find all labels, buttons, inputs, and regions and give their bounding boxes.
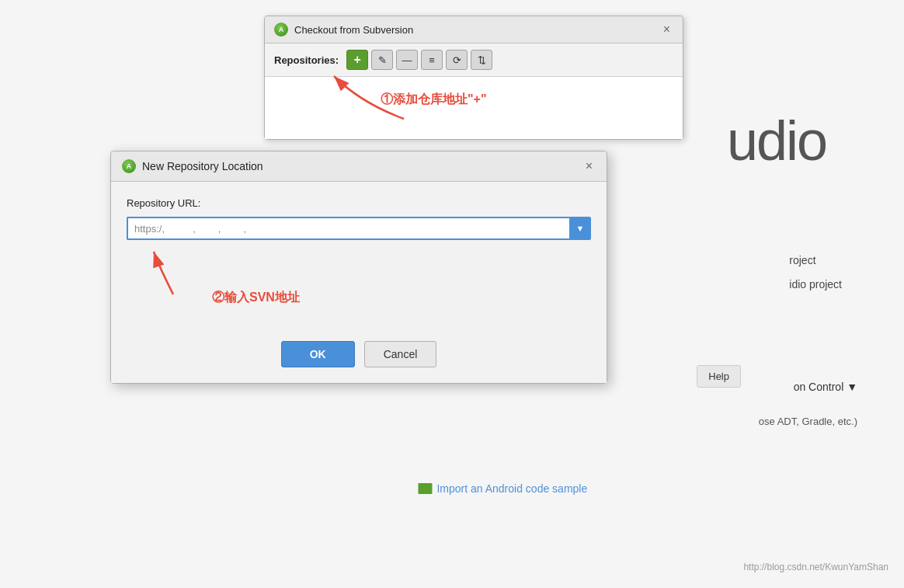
annotation-2-text: ②输入SVN地址 bbox=[212, 290, 300, 306]
checkout-dialog: A Checkout from Subversion × Repositorie… bbox=[264, 16, 683, 140]
import-icon bbox=[418, 483, 432, 494]
ok-button[interactable]: OK bbox=[281, 341, 355, 367]
bg-item-studio: idio project bbox=[789, 273, 842, 297]
sort-button[interactable]: ⇅ bbox=[471, 50, 492, 70]
annotation-2-area: ②输入SVN地址 bbox=[127, 248, 591, 310]
bg-item-project: roject bbox=[789, 249, 842, 273]
checkout-title-left: A Checkout from Subversion bbox=[274, 23, 413, 37]
checkout-body bbox=[265, 77, 683, 139]
list-button[interactable]: ≡ bbox=[421, 50, 443, 70]
new-repo-svn-icon: A bbox=[122, 159, 136, 173]
cancel-button[interactable]: Cancel bbox=[364, 341, 437, 367]
adt-text: ose ADT, Gradle, etc.) bbox=[759, 416, 857, 427]
edit-button[interactable]: ✎ bbox=[371, 50, 393, 70]
checkout-titlebar: A Checkout from Subversion × bbox=[265, 16, 683, 43]
new-repo-title-left: A New Repository Location bbox=[122, 159, 263, 173]
new-repo-close-button[interactable]: × bbox=[582, 160, 596, 172]
remove-button[interactable]: — bbox=[396, 50, 418, 70]
repositories-label: Repositories: bbox=[274, 54, 339, 66]
url-input-row: ▼ bbox=[127, 217, 591, 240]
version-control-text: on Control ▼ bbox=[794, 381, 857, 393]
import-link-text: Import an Android code sample bbox=[436, 482, 587, 495]
bg-items: roject idio project bbox=[789, 249, 842, 297]
url-label: Repository URL: bbox=[127, 197, 591, 209]
help-button[interactable]: Help bbox=[697, 365, 741, 388]
import-link[interactable]: Import an Android code sample bbox=[418, 482, 587, 495]
checkout-close-button[interactable]: × bbox=[660, 23, 673, 36]
url-input[interactable] bbox=[127, 217, 569, 240]
new-repo-footer: OK Cancel bbox=[111, 330, 607, 383]
annotation-1-text: ①添加仓库地址"+" bbox=[381, 92, 487, 108]
bg-large-text: udio bbox=[727, 109, 826, 172]
new-repo-dialog: A New Repository Location × Repository U… bbox=[110, 151, 607, 384]
checkout-title-text: Checkout from Subversion bbox=[294, 24, 413, 36]
watermark: http://blog.csdn.net/KwunYamShan bbox=[743, 562, 888, 572]
new-repo-title-text: New Repository Location bbox=[142, 160, 263, 172]
new-repo-body: Repository URL: ▼ ②输入SVN地址 bbox=[111, 182, 607, 330]
svn-icon: A bbox=[274, 23, 288, 37]
refresh-button[interactable]: ⟳ bbox=[446, 50, 468, 70]
checkout-toolbar: Repositories: + ✎ — ≡ ⟳ ⇅ bbox=[265, 43, 683, 77]
url-dropdown-button[interactable]: ▼ bbox=[569, 217, 591, 240]
new-repo-titlebar: A New Repository Location × bbox=[111, 151, 607, 182]
add-repo-button[interactable]: + bbox=[346, 50, 368, 70]
